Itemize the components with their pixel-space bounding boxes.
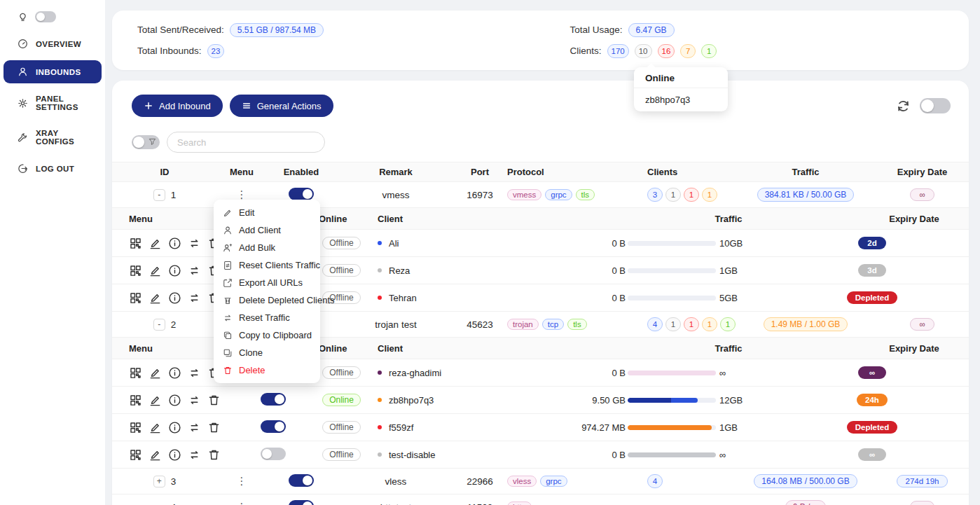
- sidebar-item-inbounds[interactable]: INBOUNDS: [4, 60, 102, 83]
- general-actions-label: General Actions: [257, 101, 322, 111]
- add-inbound-button[interactable]: Add Inbound: [132, 95, 223, 117]
- row-menu-trigger[interactable]: ⋮: [237, 475, 247, 487]
- info-icon[interactable]: [168, 291, 181, 305]
- table-header: ID Menu Enabled Remark Port Protocol Cli…: [112, 162, 969, 182]
- info-icon[interactable]: [168, 394, 181, 407]
- traffic-bar: [628, 398, 716, 403]
- inbound-remark: vmess: [336, 190, 455, 200]
- clients-count-gray[interactable]: 10: [635, 44, 652, 58]
- qr-code-icon[interactable]: [129, 366, 142, 380]
- refresh-icon[interactable]: [897, 99, 910, 113]
- client-dot: [378, 241, 382, 245]
- row-menu-trigger[interactable]: ⋮: [237, 501, 247, 505]
- light-bulb-icon: [18, 12, 28, 22]
- expiry-badge: ∞: [858, 448, 886, 461]
- edit-icon[interactable]: [149, 394, 162, 407]
- menu-item-copy-to-clipboard[interactable]: Copy to Clipboard: [214, 326, 320, 344]
- clients-count-depleted[interactable]: 16: [658, 44, 675, 58]
- collapse-row-button[interactable]: -: [153, 319, 165, 331]
- qr-code-icon[interactable]: [129, 394, 142, 407]
- inbound-id: 2: [171, 319, 177, 330]
- collapse-row-button[interactable]: -: [153, 189, 165, 201]
- edit-icon[interactable]: [149, 264, 162, 277]
- traffic-bar: [628, 425, 716, 430]
- delete-icon[interactable]: [207, 448, 221, 462]
- add-inbound-label: Add Inbound: [159, 101, 211, 111]
- expiry-badge: Depleted: [847, 291, 898, 304]
- traffic-limit: ∞: [719, 450, 726, 460]
- client-dot: [378, 452, 382, 457]
- menu-item-edit[interactable]: Edit: [214, 204, 320, 221]
- status-badge: Offline: [322, 366, 360, 379]
- edit-icon[interactable]: [149, 237, 162, 250]
- sidebar-item-log-out[interactable]: LOG OUT: [4, 157, 102, 180]
- filter-toggle[interactable]: [132, 135, 160, 149]
- reset-traffic-icon[interactable]: [188, 291, 201, 305]
- traffic-used: 0 B: [522, 265, 626, 276]
- client-dot: [378, 371, 382, 375]
- menu-item-add-bulk[interactable]: Add Bulk: [214, 239, 320, 256]
- menu-item-delete-depleted-clients[interactable]: Delete Depleted Clients: [214, 291, 320, 309]
- qr-code-icon[interactable]: [129, 264, 142, 277]
- trash-icon: [223, 366, 233, 375]
- edit-icon[interactable]: [149, 421, 162, 434]
- qr-code-icon[interactable]: [129, 291, 142, 305]
- reset-traffic-icon[interactable]: [188, 264, 201, 277]
- clients-count-total[interactable]: 170: [607, 44, 629, 58]
- qr-code-icon[interactable]: [129, 237, 142, 250]
- theme-toggle[interactable]: [35, 11, 56, 22]
- info-icon[interactable]: [168, 448, 181, 462]
- reset-traffic-icon[interactable]: [188, 394, 201, 407]
- menu-item-reset-clients-traffic[interactable]: Reset Clients Traffic: [214, 256, 320, 274]
- menu-item-add-client[interactable]: Add Client: [214, 221, 320, 239]
- enabled-toggle[interactable]: [289, 500, 314, 505]
- sidebar-item-overview[interactable]: OVERVIEW: [4, 32, 102, 55]
- expiry-pill: ∞: [910, 501, 934, 505]
- stats-left: Total Sent/Received: 5.51 GB / 987.54 MB…: [137, 22, 553, 70]
- delete-icon[interactable]: [207, 421, 221, 434]
- enabled-toggle[interactable]: [289, 188, 314, 200]
- qr-code-icon[interactable]: [129, 421, 142, 434]
- status-badge: Online: [322, 394, 361, 406]
- sidebar-item-xray-configs[interactable]: XRAY CONFIGS: [4, 123, 102, 152]
- reset-traffic-icon[interactable]: [188, 421, 201, 434]
- user-icon: [18, 67, 28, 77]
- expiry-badge: Depleted: [847, 421, 898, 434]
- menu-item-export-all-urls[interactable]: Export All URLs: [214, 274, 320, 291]
- info-icon[interactable]: [168, 264, 181, 277]
- client-count-badge: 1: [665, 317, 681, 331]
- menu-item-delete[interactable]: Delete: [214, 361, 320, 379]
- delete-icon[interactable]: [207, 394, 221, 407]
- reset-traffic-icon[interactable]: [188, 448, 201, 462]
- sidebar-item-panel-settings[interactable]: PANEL SETTINGS: [4, 88, 102, 118]
- edit-icon[interactable]: [149, 448, 162, 462]
- reset-traffic-icon[interactable]: [188, 366, 201, 380]
- edit-icon[interactable]: [149, 366, 162, 380]
- clients-count-expiring[interactable]: 7: [680, 44, 696, 58]
- user-icon: [223, 226, 233, 235]
- clients-count-online[interactable]: 1: [701, 44, 717, 58]
- sub-header-traffic: Traffic: [588, 214, 869, 224]
- expand-row-button[interactable]: +: [153, 476, 165, 487]
- info-icon[interactable]: [168, 421, 181, 434]
- client-enabled-toggle[interactable]: [261, 448, 286, 460]
- qr-code-icon[interactable]: [129, 448, 142, 462]
- client-name: Reza: [389, 265, 410, 276]
- client-count-badge: 1: [665, 188, 681, 202]
- menu-item-reset-traffic[interactable]: Reset Traffic: [214, 309, 320, 326]
- edit-icon[interactable]: [149, 291, 162, 305]
- traffic-bar: [628, 296, 716, 300]
- search-input[interactable]: [167, 132, 325, 153]
- inbound-row-3: + 3 ⋮ vless 22966 vless grpc 4 164.08 MB…: [112, 469, 969, 494]
- menu-item-clone[interactable]: Clone: [214, 344, 320, 361]
- reset-traffic-icon[interactable]: [188, 237, 201, 250]
- row-menu-trigger[interactable]: ⋮: [237, 188, 247, 200]
- plus-icon: [144, 101, 153, 111]
- enabled-toggle[interactable]: [289, 474, 314, 487]
- general-actions-button[interactable]: General Actions: [230, 95, 333, 117]
- info-icon[interactable]: [168, 237, 181, 250]
- client-enabled-toggle[interactable]: [261, 420, 286, 433]
- auto-refresh-toggle[interactable]: [920, 98, 951, 113]
- client-enabled-toggle[interactable]: [261, 393, 286, 406]
- info-icon[interactable]: [168, 366, 181, 380]
